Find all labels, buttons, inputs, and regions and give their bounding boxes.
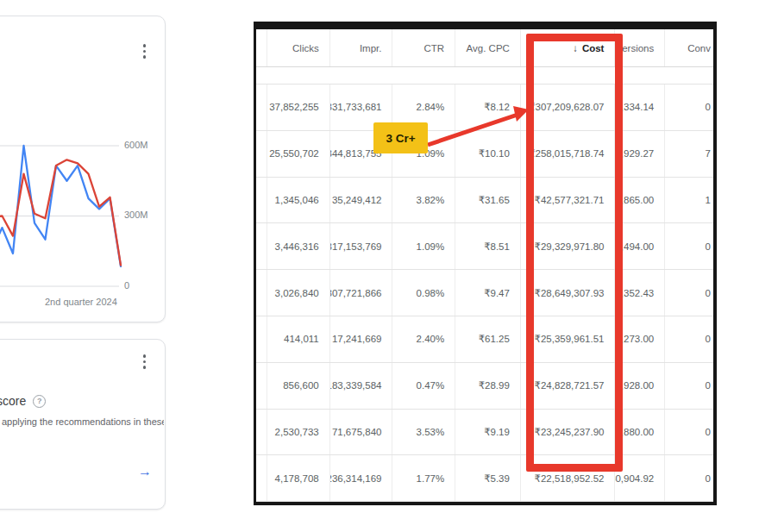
stub-cell [256,223,267,269]
table-row: 3,446,316317,153,7691.09%₹8.51₹29,329,97… [256,223,713,270]
metric-cell: 236,314,169 [330,455,393,501]
metric-cell: 17,241,669 [330,316,393,362]
metric-cell: 414,011 [267,316,330,362]
column-header-stub[interactable] [256,29,267,66]
metric-cell: 0 [665,363,713,409]
metric-cell: 307,721,866 [330,270,393,316]
metric-cell: 26,865.00 [615,178,665,223]
stub-cell [256,178,267,223]
optimization-score-title: score ? [0,394,46,408]
column-header-ctr[interactable]: CTR [392,29,455,66]
table-body: 37,852,2551,331,733,6812.84%₹8.12₹307,20… [256,84,713,502]
metric-cell: 1.09% [392,223,455,269]
metric-cell: 1.77% [392,455,455,501]
metric-cell: 4,178,708 [267,455,330,501]
metric-cell: 1 [665,178,713,223]
y-axis-tick: 600M [124,140,148,150]
metric-cell: 66,928.00 [615,363,665,409]
table-row: 2,530,73371,675,8403.53%₹9.19₹23,245,237… [256,410,713,456]
stub-cell [256,270,267,316]
metric-cell: 0.98% [392,270,455,316]
column-header-conv[interactable]: Conv [665,29,713,66]
metric-cell: 2,981,929.27 [615,131,665,177]
metric-cell: 0 [665,316,713,362]
metric-cell: 856,600 [267,363,330,409]
metric-cell: ₹28,649,307.93 [521,270,616,316]
kebab-menu-icon[interactable] [140,41,150,62]
table-row: 856,600183,339,5840.47%₹28.99₹24,828,721… [256,363,713,410]
metric-cell: ₹24,828,721.57 [521,363,616,409]
stub-cell [256,455,267,501]
metric-cell: 1,345,046 [267,178,330,223]
table-row: 4,178,708236,314,1691.77%₹5.39₹22,518,95… [256,455,713,502]
metric-cell: ₹31.65 [455,178,521,223]
metrics-table: ClicksImpr.CTRAvg. CPC↓CostConversionsCo… [254,22,717,505]
y-axis-tick: 0 [124,280,129,291]
metric-cell: 3,026,840 [267,270,330,316]
table-row: 37,852,2551,331,733,6812.84%₹8.12₹307,20… [256,84,713,131]
column-header-conversions[interactable]: Conversions [615,29,665,66]
metric-cell: ₹5.39 [455,455,521,501]
kebab-menu-icon[interactable] [140,351,150,372]
optimization-score-description: applying the recommendations in these [2,416,164,427]
metric-cell: ₹9.47 [455,270,521,316]
column-header-avg-cpc[interactable]: Avg. CPC [455,29,521,66]
forward-arrow-link[interactable]: → [138,464,152,479]
metric-cell: ₹42,577,321.71 [521,178,616,223]
metric-cell: 0.47% [392,363,455,409]
stub-cell [256,131,267,177]
metric-cell: 17,273.00 [615,316,665,362]
stub-cell [256,316,267,362]
metric-cell: 0 [665,410,713,455]
table-row: 25,550,7022,344,813,7551.09%₹10.10₹258,0… [256,131,713,178]
metric-cell: 262,334.14 [615,84,665,130]
metric-cell: ₹8.12 [455,84,521,130]
metric-cell: ₹61.25 [455,316,521,362]
stub-cell [256,410,267,455]
metric-cell: 183,339,584 [330,363,393,409]
table-spacer-row [256,67,713,84]
metric-cell: ₹28.99 [455,363,521,409]
stub-cell [256,363,267,409]
metric-cell: ₹258,015,718.74 [521,131,616,177]
metric-cell: 3.82% [392,178,455,223]
sort-down-icon: ↓ [573,43,578,53]
metric-cell: ₹307,209,628.07 [521,84,616,130]
metric-cell: 3.53% [392,410,455,455]
screenshot-stage: 600M 300M 0 2nd quarter 2024 score ? app… [0,0,759,532]
metric-cell: 0 [665,84,713,130]
metric-cell: 0 [665,270,713,316]
metric-cell: ₹22,518,952.52 [521,455,616,501]
table-row: 1,345,04635,249,4123.82%₹31.65₹42,577,32… [256,178,713,224]
table-row: 3,026,840307,721,8660.98%₹9.47₹28,649,30… [256,270,713,316]
metric-cell: ₹10.10 [455,131,521,177]
column-header-impr-[interactable]: Impr. [330,29,393,66]
cost-annotation-badge: 3 Cr+ [373,122,428,153]
metric-cell: 7 [665,131,713,177]
metric-cell: 2.40% [392,316,455,362]
metric-cell: 35,249,412 [330,178,393,223]
metric-cell: ₹29,329,971.80 [521,223,616,269]
metric-cell: ₹9.19 [455,410,521,455]
help-circle-icon[interactable]: ? [33,395,46,408]
metric-cell: ₹8.51 [455,223,521,269]
metric-cell: 28,494.00 [615,223,665,269]
metric-cell: 86,352.43 [615,270,665,316]
metric-cell: ₹25,359,961.51 [521,316,616,362]
metric-cell: 317,153,769 [330,223,393,269]
score-title-text: score [0,394,26,408]
metric-cell: 180,904.92 [615,455,665,501]
metric-cell: 25,550,702 [267,131,330,177]
metric-cell: 0 [665,223,713,269]
table-header-row: ClicksImpr.CTRAvg. CPC↓CostConversionsCo… [256,29,713,67]
table-row: 414,01117,241,6692.40%₹61.25₹25,359,961.… [256,316,713,363]
metric-cell: 15,880.00 [615,410,665,455]
metric-cell: 3,446,316 [267,223,330,269]
column-header-cost[interactable]: ↓Cost [521,29,616,66]
metric-cell: 0 [665,455,713,501]
metric-cell: 71,675,840 [330,410,393,455]
metric-cell: ₹23,245,237.90 [521,410,616,455]
stub-cell [256,84,267,130]
y-axis-tick: 300M [124,210,148,220]
column-header-clicks[interactable]: Clicks [267,29,330,66]
